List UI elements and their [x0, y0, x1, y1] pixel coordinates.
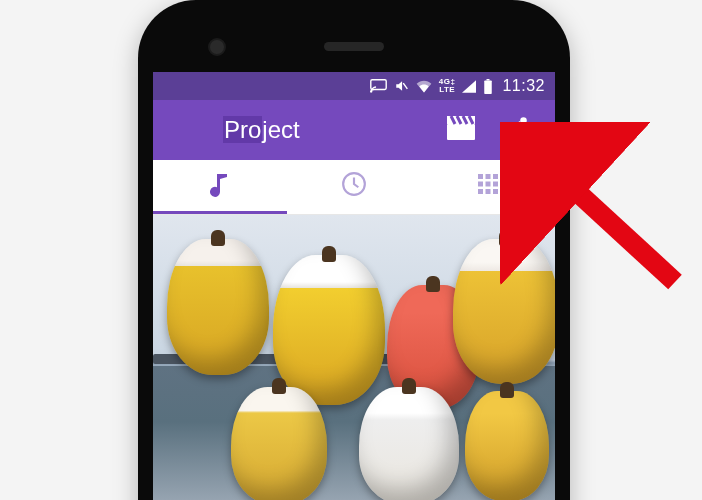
tab-strip [153, 160, 555, 215]
svg-rect-10 [478, 174, 483, 179]
signal-icon [462, 80, 476, 93]
app-toolbar: Project [153, 100, 555, 160]
title-rest: ject [262, 116, 299, 143]
tab-grid[interactable] [421, 160, 555, 214]
screenshot-stage: 4G‡LTE 11:32 Project [0, 0, 702, 500]
svg-rect-15 [493, 181, 498, 186]
android-status-bar: 4G‡LTE 11:32 [153, 72, 555, 100]
music-note-icon [208, 171, 232, 201]
phone-frame: 4G‡LTE 11:32 Project [138, 0, 570, 500]
front-camera [208, 38, 226, 56]
grid-icon [476, 172, 500, 200]
tab-music[interactable] [153, 160, 287, 214]
svg-rect-17 [486, 189, 491, 194]
svg-rect-4 [485, 80, 493, 94]
wifi-icon [416, 80, 432, 93]
cast-icon [370, 79, 387, 93]
page-title: Project [223, 116, 300, 144]
svg-rect-14 [486, 181, 491, 186]
svg-point-7 [507, 125, 514, 132]
battery-icon [483, 79, 493, 94]
status-clock: 11:32 [502, 77, 545, 95]
svg-point-1 [370, 91, 372, 93]
power-button [570, 130, 575, 204]
svg-point-8 [520, 132, 527, 139]
svg-rect-13 [478, 181, 483, 186]
mute-icon [394, 79, 409, 93]
clock-icon [341, 171, 367, 201]
earpiece-speaker [324, 42, 384, 51]
svg-rect-3 [487, 79, 490, 81]
svg-rect-12 [493, 174, 498, 179]
export-movie-button[interactable] [437, 106, 485, 154]
clapperboard-icon [446, 115, 476, 145]
network-4glte-icon: 4G‡LTE [439, 78, 456, 94]
svg-rect-18 [493, 189, 498, 194]
svg-line-2 [403, 83, 407, 89]
project-thumbnail[interactable] [153, 215, 555, 500]
share-button[interactable] [493, 106, 541, 154]
title-selection: Pro [223, 116, 262, 143]
svg-rect-5 [447, 124, 475, 140]
svg-rect-16 [478, 189, 483, 194]
svg-point-6 [520, 117, 527, 124]
device-screen: 4G‡LTE 11:32 Project [153, 72, 555, 500]
share-icon [504, 115, 530, 145]
tab-recent[interactable] [287, 160, 421, 214]
svg-rect-11 [486, 174, 491, 179]
